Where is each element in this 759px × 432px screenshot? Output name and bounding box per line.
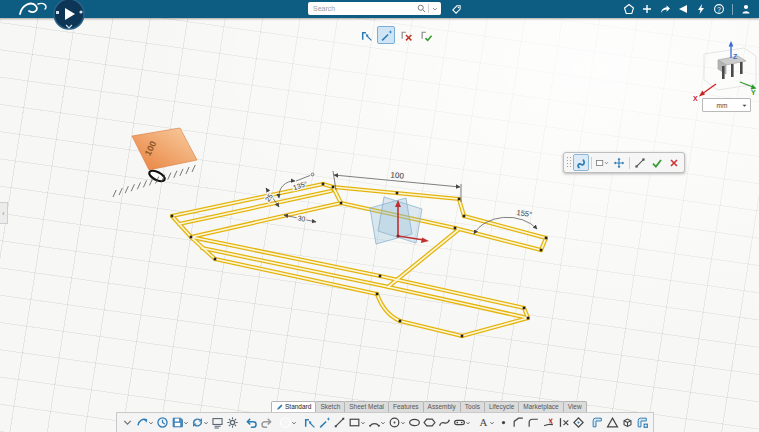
- text-button[interactable]: A: [476, 415, 496, 431]
- exit-accept-button[interactable]: [417, 26, 435, 44]
- move-icon: [613, 157, 625, 169]
- 3ds-logo[interactable]: [16, 0, 50, 18]
- batch-transfer-icon: [211, 416, 224, 429]
- viewport-grid[interactable]: [0, 18, 759, 432]
- user-pin-icon: [740, 3, 752, 15]
- accept-button[interactable]: [649, 154, 665, 171]
- fillet-icon: [527, 416, 540, 429]
- dropdown-caret-icon: [604, 160, 609, 166]
- settings-button[interactable]: [225, 415, 240, 431]
- polygon-icon: [423, 416, 436, 429]
- sketch-corner-icon: [360, 29, 373, 42]
- share-button[interactable]: [676, 2, 690, 16]
- action-bar-tabs: StandardSketchSheet MetalFeaturesAssembl…: [271, 401, 586, 412]
- overflow-button[interactable]: [120, 415, 135, 431]
- floating-toolbar: [563, 152, 685, 173]
- drag-grip[interactable]: [566, 156, 571, 169]
- sketch-button[interactable]: [302, 415, 317, 431]
- exit-cancel-button[interactable]: [397, 26, 415, 44]
- trim-button[interactable]: [541, 415, 556, 431]
- help-icon: ?: [713, 3, 725, 15]
- open-history-button[interactable]: [155, 415, 170, 431]
- undo-button[interactable]: [244, 415, 259, 431]
- smart-sketch-icon: [318, 416, 331, 429]
- dropdown-caret-icon: [291, 420, 297, 426]
- solid-button[interactable]: [620, 415, 635, 431]
- bend-button[interactable]: [605, 415, 620, 431]
- ellipse-icon: [408, 416, 421, 429]
- line-segment-button[interactable]: [632, 154, 648, 171]
- search-input[interactable]: [308, 5, 417, 12]
- overflow-icon: [121, 416, 134, 429]
- sketch-pencil-icon: [276, 404, 283, 411]
- tab-features[interactable]: Features: [388, 401, 424, 412]
- tag-icon: [451, 4, 462, 15]
- undo-icon: [245, 416, 258, 429]
- share-arrow-button[interactable]: [658, 2, 672, 16]
- sketch-corner-button[interactable]: [357, 26, 375, 44]
- chamfer-button[interactable]: [511, 415, 526, 431]
- tab-label: Marketplace: [523, 402, 558, 412]
- tab-label: Sheet Metal: [349, 402, 384, 412]
- play-emblem[interactable]: [50, 0, 88, 35]
- smart-sketch-button[interactable]: [317, 415, 332, 431]
- slot-button[interactable]: [452, 415, 472, 431]
- trim-icon: [542, 416, 555, 429]
- sync-button[interactable]: [190, 415, 210, 431]
- spline-handle-button[interactable]: [573, 154, 589, 171]
- help-button[interactable]: ?: [712, 2, 726, 16]
- add-button[interactable]: [640, 2, 654, 16]
- rectangle-button[interactable]: [347, 415, 367, 431]
- toolbar-separator: [591, 157, 592, 169]
- help-button[interactable]: ?: [278, 415, 298, 431]
- line-segment-icon: [634, 157, 646, 169]
- tab-label: View: [568, 402, 582, 412]
- tab-view[interactable]: View: [563, 401, 587, 412]
- tab-sheet-metal[interactable]: Sheet Metal: [344, 401, 389, 412]
- tab-label: Sketch: [320, 402, 340, 412]
- style-box-button[interactable]: [594, 154, 610, 171]
- flange-button[interactable]: [590, 415, 605, 431]
- ellipse-button[interactable]: [407, 415, 422, 431]
- svg-text:A: A: [480, 416, 488, 428]
- arc-button[interactable]: [367, 415, 387, 431]
- tab-assembly[interactable]: Assembly: [423, 401, 461, 412]
- units-dropdown[interactable]: mm: [702, 98, 751, 112]
- constraint-button[interactable]: [556, 415, 571, 431]
- point-button[interactable]: [496, 415, 511, 431]
- fillet-button[interactable]: [526, 415, 541, 431]
- move-button[interactable]: [611, 154, 627, 171]
- project-button[interactable]: [571, 415, 586, 431]
- cancel-button[interactable]: [666, 154, 682, 171]
- action-bar-toolbar: ?A: [116, 412, 654, 432]
- tab-tools[interactable]: Tools: [460, 401, 485, 412]
- accept-icon: [651, 157, 663, 169]
- grid-mini-icon: [56, 11, 59, 14]
- smart-sketch-button[interactable]: [377, 26, 395, 44]
- toolbar-separator: [629, 157, 630, 169]
- swym-button[interactable]: [694, 2, 708, 16]
- polygon-button[interactable]: [422, 415, 437, 431]
- flange-plus-button[interactable]: [635, 415, 650, 431]
- tab-lifecycle[interactable]: Lifecycle: [484, 401, 519, 412]
- tag-button[interactable]: [449, 2, 464, 16]
- search-options-chevron-icon[interactable]: [431, 5, 439, 13]
- batch-transfer-button[interactable]: [210, 415, 225, 431]
- line-button[interactable]: [332, 415, 347, 431]
- tab-sketch[interactable]: Sketch: [315, 401, 345, 412]
- spline-button[interactable]: [437, 415, 452, 431]
- user-pin-button[interactable]: [739, 2, 753, 16]
- circle-button[interactable]: [387, 415, 407, 431]
- compass-tag-button[interactable]: [622, 2, 636, 16]
- search-icon[interactable]: [417, 4, 426, 13]
- panel-expand-handle[interactable]: ‹: [0, 202, 8, 224]
- tab-marketplace[interactable]: Marketplace: [518, 401, 563, 412]
- dropdown-caret-icon: [489, 420, 495, 426]
- dropdown-caret-icon: [203, 420, 209, 426]
- tab-standard[interactable]: Standard: [271, 401, 316, 412]
- line-icon: [333, 416, 346, 429]
- save-button[interactable]: [170, 415, 190, 431]
- dot-mini-icon: [79, 10, 82, 13]
- redo-button[interactable]: [259, 415, 274, 431]
- new-model-button[interactable]: [135, 415, 155, 431]
